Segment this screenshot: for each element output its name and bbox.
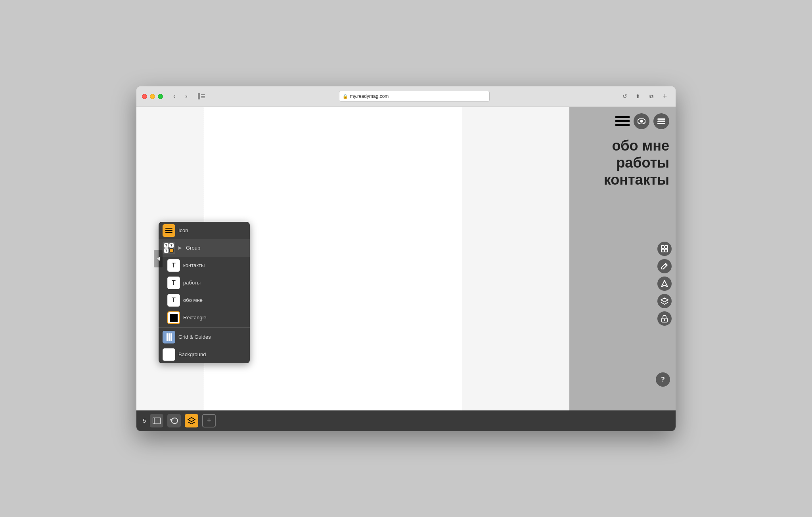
menu-button[interactable] [653, 113, 669, 129]
menu-icon [657, 118, 665, 124]
layers-action-button[interactable] [657, 294, 672, 308]
svg-rect-0 [198, 93, 200, 99]
sidebar-icon [198, 93, 205, 99]
eye-icon [638, 118, 645, 124]
layer-item-kontakty[interactable]: T контакты [159, 257, 250, 274]
svg-rect-1 [201, 94, 205, 95]
menu-item-kontakty: контакты [576, 171, 669, 188]
add-button[interactable]: + [202, 414, 216, 427]
url-text: my.readymag.com [350, 93, 389, 99]
right-panel-top [576, 113, 669, 129]
help-button[interactable]: ? [656, 372, 670, 387]
right-panel: обо мне работы контакты [569, 107, 676, 410]
eye-button[interactable] [634, 113, 649, 129]
svg-point-17 [664, 319, 665, 321]
svg-rect-10 [665, 246, 668, 248]
edit-action-button[interactable] [657, 259, 672, 273]
grid-layer-thumb [163, 331, 175, 343]
grid-layer-label: Grid & Guides [178, 334, 211, 340]
group-arrow: ▶ [178, 245, 182, 250]
svg-rect-6 [657, 118, 665, 120]
menu-item-raboty: работы [576, 154, 669, 171]
layer-item-group[interactable]: T T T ▶ Group [159, 239, 250, 257]
menu-item-obo-mne: обо мне [576, 137, 669, 154]
address-bar-wrap: 🔒 my.readymag.com [211, 91, 617, 102]
lock-action-button[interactable] [657, 311, 672, 326]
title-bar: ‹ › 🔒 my.readymag.com ↺ ⬆ ⧉ + [136, 86, 676, 107]
navigate-action-button[interactable] [657, 277, 672, 291]
layer-item-icon[interactable]: Icon [159, 222, 250, 239]
layer-item-obo-mne[interactable]: T обо мне [159, 292, 250, 309]
sidebar-toggle-button[interactable] [195, 91, 207, 101]
svg-rect-2 [201, 96, 205, 97]
svg-marker-15 [661, 298, 668, 302]
reload-button[interactable]: ↺ [621, 93, 629, 99]
layers-panel-button[interactable] [185, 414, 198, 427]
undo-icon [170, 417, 178, 424]
layout-icon [661, 245, 668, 252]
navigate-icon [661, 280, 668, 287]
raboty-layer-thumb: T [167, 277, 180, 289]
raboty-layer-label: работы [183, 280, 201, 286]
traffic-lights [142, 94, 163, 99]
layer-item-background[interactable]: Background [159, 346, 250, 363]
bottom-bar: 5 + [136, 410, 676, 431]
right-actions [657, 242, 672, 326]
forward-button[interactable]: › [181, 91, 192, 101]
icon-layer-label: Icon [178, 227, 188, 233]
undo-button[interactable] [167, 414, 181, 427]
layers-icon [661, 298, 668, 305]
layers-divider [159, 327, 250, 328]
browser-window: ‹ › 🔒 my.readymag.com ↺ ⬆ ⧉ + [136, 86, 676, 431]
svg-rect-8 [657, 123, 665, 124]
obo-mne-layer-label: обо мне [183, 297, 203, 303]
svg-rect-3 [201, 97, 205, 98]
svg-marker-20 [188, 418, 195, 422]
group-layer-label: Group [186, 245, 200, 251]
lock-icon: 🔒 [343, 94, 348, 99]
title-bar-actions: ⬆ ⧉ + [633, 91, 670, 101]
layer-item-rectangle[interactable]: Rectangle [159, 309, 250, 326]
obo-mne-layer-thumb: T [167, 294, 180, 307]
nav-buttons: ‹ › [169, 91, 192, 101]
icon-layer-thumb [163, 224, 175, 237]
maximize-button[interactable] [158, 94, 163, 99]
lock-icon [661, 315, 668, 322]
svg-rect-9 [661, 246, 664, 248]
right-panel-menu: обо мне работы контакты [576, 137, 669, 189]
hamburger-menu-icon [615, 116, 630, 126]
page-number: 5 [143, 417, 146, 424]
edit-icon [661, 263, 668, 270]
svg-rect-18 [153, 418, 161, 424]
main-content: Icon T T T ▶ Group T контакты [136, 107, 676, 410]
duplicate-button[interactable]: ⧉ [646, 91, 657, 101]
svg-marker-14 [661, 280, 668, 287]
page-icon [153, 418, 161, 424]
page-thumb-button[interactable] [150, 414, 163, 427]
new-tab-button[interactable]: + [660, 91, 670, 101]
canvas-area: Icon T T T ▶ Group T контакты [136, 107, 569, 410]
close-button[interactable] [142, 94, 147, 99]
back-button[interactable]: ‹ [169, 91, 180, 101]
background-layer-label: Background [178, 351, 206, 357]
svg-rect-11 [661, 249, 664, 252]
minimize-button[interactable] [150, 94, 155, 99]
svg-rect-12 [665, 249, 668, 252]
nav-arrow-left[interactable] [154, 250, 163, 267]
layout-action-button[interactable] [657, 242, 672, 256]
rectangle-layer-label: Rectangle [183, 315, 207, 321]
kontakty-layer-label: контакты [183, 262, 205, 268]
layers-panel: Icon T T T ▶ Group T контакты [159, 222, 250, 363]
svg-rect-7 [657, 120, 665, 122]
layer-item-raboty[interactable]: T работы [159, 274, 250, 292]
group-layer-thumb: T T T [163, 242, 175, 254]
layer-item-grid[interactable]: Grid & Guides [159, 328, 250, 346]
rectangle-layer-thumb [167, 311, 180, 324]
kontakty-layer-thumb: T [167, 259, 180, 272]
background-layer-thumb [163, 348, 175, 361]
layers-bottom-icon [188, 417, 195, 424]
share-button[interactable]: ⬆ [633, 91, 643, 101]
hamburger-icon [165, 228, 172, 233]
address-bar[interactable]: 🔒 my.readymag.com [339, 91, 490, 102]
svg-point-5 [640, 120, 643, 122]
